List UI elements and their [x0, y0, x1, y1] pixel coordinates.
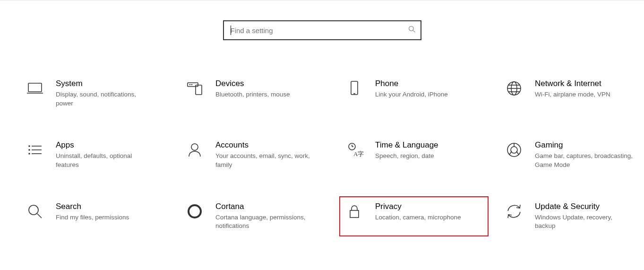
time-icon: [345, 140, 364, 159]
category-title: Gaming: [535, 140, 634, 150]
category-desc: Find my files, permissions: [56, 213, 129, 222]
category-desc: Bluetooth, printers, mouse: [215, 90, 290, 99]
devices-icon: [185, 79, 204, 98]
globe-icon: [505, 79, 524, 98]
category-time[interactable]: Time & LanguageSpeech, region, date: [343, 139, 485, 172]
category-title: Time & Language: [375, 140, 438, 150]
category-gaming[interactable]: GamingGame bar, captures, broadcasting, …: [503, 139, 644, 172]
category-desc: Cortana language, permissions, notificat…: [215, 213, 315, 231]
update-icon: [505, 202, 524, 221]
category-phone[interactable]: PhoneLink your Android, iPhone: [343, 77, 485, 110]
category-desc: Uninstall, defaults, optional features: [56, 152, 155, 170]
person-icon: [185, 140, 204, 159]
category-search[interactable]: SearchFind my files, permissions: [24, 200, 165, 233]
apps-icon: [26, 140, 44, 159]
laptop-icon: [26, 79, 44, 98]
cortana-icon: [185, 202, 204, 221]
lock-icon: [345, 202, 364, 221]
magnify-icon: [26, 202, 44, 221]
search-icon: [408, 26, 416, 35]
svg-line-32: [413, 30, 415, 32]
gaming-icon: [505, 140, 524, 159]
category-title: System: [56, 79, 155, 88]
category-cortana[interactable]: CortanaCortana language, permissions, no…: [183, 200, 325, 233]
category-desc: Windows Update, recovery, backup: [535, 213, 634, 231]
svg-point-31: [409, 26, 413, 31]
category-system[interactable]: SystemDisplay, sound, notifications, pow…: [24, 77, 165, 110]
category-title: Apps: [56, 140, 155, 150]
category-title: Accounts: [215, 140, 315, 150]
category-devices[interactable]: DevicesBluetooth, printers, mouse: [183, 77, 325, 110]
phone-icon: [345, 79, 364, 98]
category-title: Update & Security: [535, 202, 634, 211]
category-title: Network & Internet: [535, 79, 610, 88]
category-apps[interactable]: AppsUninstall, defaults, optional featur…: [24, 139, 165, 172]
category-title: Phone: [375, 79, 448, 88]
category-title: Cortana: [215, 202, 315, 211]
search-input[interactable]: [231, 26, 408, 35]
category-desc: Your accounts, email, sync, work, family: [215, 152, 315, 170]
category-desc: Location, camera, microphone: [375, 213, 461, 222]
category-desc: Wi-Fi, airplane mode, VPN: [535, 90, 610, 99]
category-privacy[interactable]: PrivacyLocation, camera, microphone: [343, 200, 485, 233]
category-desc: Speech, region, date: [375, 152, 438, 161]
category-accounts[interactable]: AccountsYour accounts, email, sync, work…: [183, 139, 325, 172]
category-update[interactable]: Update & SecurityWindows Update, recover…: [503, 200, 644, 233]
category-desc: Game bar, captures, broadcasting, Game M…: [535, 152, 634, 170]
category-network[interactable]: Network & InternetWi-Fi, airplane mode, …: [503, 77, 644, 110]
category-title: Devices: [215, 79, 290, 88]
category-desc: Display, sound, notifications, power: [56, 90, 155, 108]
category-title: Search: [56, 202, 129, 211]
search-box[interactable]: [223, 20, 421, 40]
category-desc: Link your Android, iPhone: [375, 90, 448, 99]
category-title: Privacy: [375, 202, 461, 211]
